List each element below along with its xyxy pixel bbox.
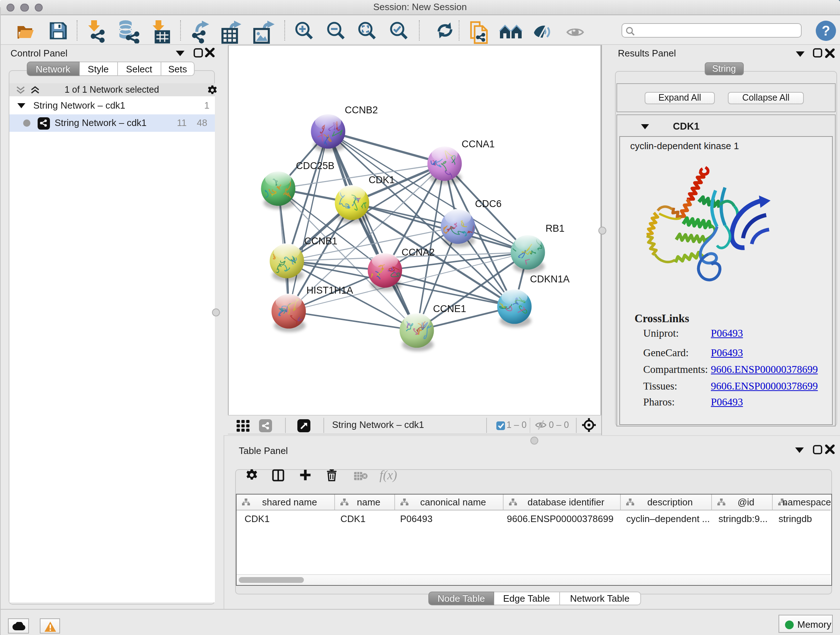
svg-text:CDC6: CDC6 [475, 198, 501, 209]
svg-text:CCNB2: CCNB2 [344, 104, 378, 115]
svg-text:CDKN1A: CDKN1A [530, 273, 569, 284]
svg-text:CCNA2: CCNA2 [401, 247, 434, 257]
svg-text:CDC25B: CDC25B [295, 160, 334, 171]
svg-text:RB1: RB1 [545, 223, 564, 233]
svg-text:CCNE1: CCNE1 [433, 303, 466, 314]
svg-text:CCNA1: CCNA1 [461, 138, 494, 149]
svg-text:HIST1H1A: HIST1H1A [306, 285, 353, 295]
svg-text:CCNB1: CCNB1 [304, 235, 337, 246]
svg-text:?: ? [821, 23, 829, 38]
svg-text:CDK1: CDK1 [368, 174, 394, 185]
